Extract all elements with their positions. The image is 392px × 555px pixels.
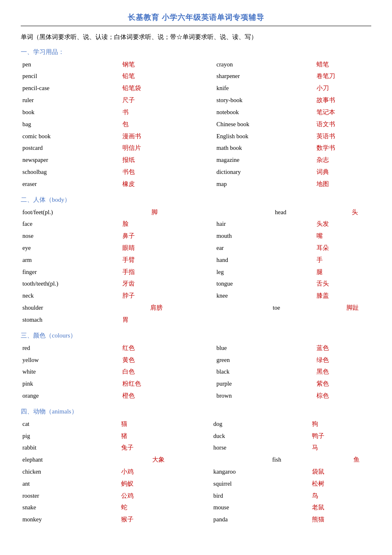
en-word: snake — [21, 501, 119, 513]
zh-word-2: 耳朵 — [315, 242, 371, 254]
table-row: bag包Chinese book语文书 — [21, 118, 371, 130]
en-word-2: dog — [212, 418, 310, 430]
spacer — [177, 266, 215, 278]
table-row: neck脖子knee膝盖 — [21, 290, 371, 302]
en-word-2: fish — [212, 454, 310, 466]
spacer — [177, 178, 215, 190]
en-word: book — [21, 106, 121, 118]
zh-word-2: 鸟 — [310, 490, 371, 502]
spacer — [175, 442, 212, 454]
zh-word: 红色 — [121, 342, 177, 354]
zh-word: 黄色 — [121, 354, 177, 366]
table-row: yellow黄色green绿色 — [21, 354, 371, 366]
en-word: comic book — [21, 130, 121, 142]
spacer — [175, 501, 212, 513]
en-word-2: squirrel — [212, 478, 310, 490]
en-word: face — [21, 218, 121, 230]
spacer — [177, 378, 215, 390]
zh-word: 橡皮 — [121, 178, 177, 190]
en-word: newspaper — [21, 154, 121, 166]
en-word: shoulder — [21, 302, 121, 314]
table-row: monkey猴子panda熊猫 — [21, 513, 371, 526]
en-word-2: mouse — [212, 501, 310, 513]
table-row: stomach胃 — [21, 314, 371, 326]
table-row: arm手臂hand手 — [21, 254, 371, 266]
title-divider — [21, 26, 371, 26]
table-row: postcard明信片math book数学书 — [21, 142, 371, 154]
zh-word-2: 小刀 — [315, 82, 371, 94]
zh-word-2: 蜡笔 — [315, 59, 371, 71]
section-section2: 二、人体（body）foot/feet(pl.)脚head头face脸hair头… — [21, 196, 371, 326]
zh-word-2: 熊猫 — [310, 513, 371, 526]
zh-word-2: 地图 — [315, 178, 371, 190]
en-word: finger — [21, 266, 121, 278]
zh-word-2: 杂志 — [315, 154, 371, 166]
table-row: cat猫dog狗 — [21, 418, 371, 430]
zh-word-2: 语文书 — [315, 118, 371, 130]
zh-word-2: 脚趾 — [315, 302, 371, 314]
zh-word-2: 手 — [315, 254, 371, 266]
zh-word: 鼻子 — [121, 230, 177, 242]
vocab-table-section1: pen钢笔crayon蜡笔pencil铅笔sharpener卷笔刀pencil-… — [21, 59, 371, 190]
table-row: book书notebook笔记本 — [21, 106, 371, 118]
zh-word: 猫 — [119, 418, 175, 430]
table-row: comic book漫画书English book英语书 — [21, 130, 371, 142]
en-word: arm — [21, 254, 121, 266]
en-word-2: ear — [215, 242, 315, 254]
en-word-2: horse — [212, 442, 310, 454]
zh-word: 大象 — [119, 454, 175, 466]
zh-word-2 — [315, 314, 371, 326]
spacer — [177, 314, 215, 326]
table-row: foot/feet(pl.)脚head头 — [21, 206, 371, 218]
zh-word-2: 笔记本 — [315, 106, 371, 118]
table-row: tooth/teeth(pl.)牙齿tongue舌头 — [21, 278, 371, 290]
zh-word: 猪 — [119, 430, 175, 442]
zh-word: 手臂 — [121, 254, 177, 266]
spacer — [175, 478, 212, 490]
vocab-table-section3: red红色blue蓝色yellow黄色green绿色white白色black黑色… — [21, 342, 371, 402]
table-row: pig猪duck鸭子 — [21, 430, 371, 442]
spacer — [177, 206, 215, 218]
en-word: foot/feet(pl.) — [21, 206, 121, 218]
spacer — [177, 366, 215, 378]
section-title-section4: 四、动物（animals） — [21, 408, 371, 416]
table-row: ant蚂蚁squirrel松树 — [21, 478, 371, 490]
en-word-2: leg — [215, 266, 315, 278]
table-row: rabbit兔子horse马 — [21, 442, 371, 454]
zh-word: 蚂蚁 — [119, 478, 175, 490]
zh-word-2: 鸭子 — [310, 430, 371, 442]
zh-word-2: 紫色 — [315, 378, 371, 390]
zh-word-2: 舌头 — [315, 278, 371, 290]
zh-word: 小鸡 — [119, 466, 175, 478]
zh-word: 铅笔 — [121, 70, 177, 82]
table-row: newspaper报纸magazine杂志 — [21, 154, 371, 166]
en-word: pig — [21, 430, 119, 442]
table-row: face脸hair头发 — [21, 218, 371, 230]
spacer — [177, 278, 215, 290]
table-row: snake蛇mouse老鼠 — [21, 501, 371, 513]
spacer — [177, 82, 215, 94]
en-word: pencil — [21, 70, 121, 82]
vocab-table-section4: cat猫dog狗pig猪duck鸭子rabbit兔子horse马elephant… — [21, 418, 371, 526]
page-title: 长基教育 小学六年级英语单词专项辅导 — [21, 12, 371, 22]
en-word-2: crayon — [215, 59, 315, 71]
en-word-2: dictionary — [215, 166, 315, 178]
zh-word: 明信片 — [121, 142, 177, 154]
spacer — [177, 118, 215, 130]
zh-word-2: 袋鼠 — [310, 466, 371, 478]
spacer — [177, 218, 215, 230]
section-section1: 一、学习用品：pen钢笔crayon蜡笔pencil铅笔sharpener卷笔刀… — [21, 48, 371, 190]
spacer — [177, 70, 215, 82]
spacer — [177, 142, 215, 154]
en-word-2: tongue — [215, 278, 315, 290]
en-word-2: kangaroo — [212, 466, 310, 478]
zh-word-2: 词典 — [315, 166, 371, 178]
en-word: rabbit — [21, 442, 119, 454]
zh-word: 胃 — [121, 314, 177, 326]
zh-word: 兔子 — [119, 442, 175, 454]
spacer — [177, 302, 215, 314]
spacer — [175, 490, 212, 502]
zh-word: 尺子 — [121, 94, 177, 106]
en-word: ruler — [21, 94, 121, 106]
en-word-2: toe — [215, 302, 315, 314]
